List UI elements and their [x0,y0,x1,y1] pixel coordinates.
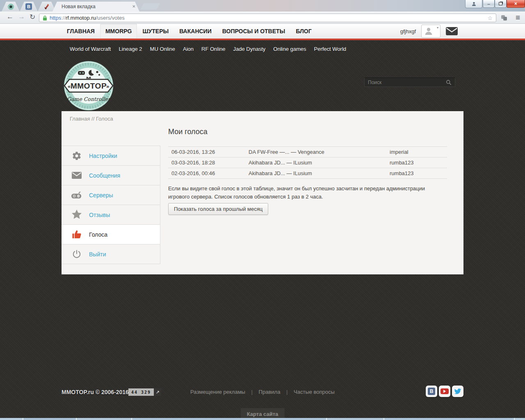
vote-date: 03-03-2016, 18:28 [168,160,249,166]
vk-social-button[interactable]: B [426,386,437,397]
sidebar-item-reviews[interactable]: Отзывы [62,205,160,225]
games-nav-jade[interactable]: Jade Dynasty [233,46,266,52]
logo-chevron-left: « [68,83,71,89]
show-last-month-button[interactable]: Показать голоса за прошлый месяц [168,203,268,215]
site-body: World of Warcraft Lineage 2 MU Online Ai… [0,40,525,418]
power-icon [71,249,82,260]
reload-icon[interactable]: ↻ [30,13,35,21]
table-row: 02-03-2016, 00:46 Akihabara JD... — ILus… [168,168,447,179]
nav-item-glavnaya[interactable]: ГЛАВНАЯ [62,24,100,39]
sidebar-item-settings[interactable]: Настройки [62,146,160,166]
logo-text: MMOTOP [71,82,107,90]
votes-note: Если вы видите свой голос в этой таблице… [168,185,436,201]
sidebar-item-label: Сообщения [89,172,120,179]
site-main-nav: ГЛАВНАЯ MMORPG ШУТЕРЫ ВАКАНСИИ ВОПРОСЫ И… [0,24,525,40]
forward-icon[interactable]: → [18,13,25,21]
avatar-menu-button[interactable]: ▾ [421,25,441,38]
pinned-tab-mmotop[interactable] [2,2,20,11]
footer-bar: MMOTOP.ru © 2006-2016 44 329 ↗ Размещени… [62,386,463,398]
search-icon[interactable] [446,80,452,85]
games-nav: World of Warcraft Lineage 2 MU Online Ai… [62,40,463,57]
sidebar-item-logout[interactable]: Выйти [62,244,160,264]
nav-item-blog[interactable]: БЛОГ [290,24,317,39]
address-bar[interactable]: https://rf.mmotop.ru/users/votes ☆ [39,14,496,22]
sidebar-item-servers[interactable]: Серверы [62,185,160,205]
avatar-icon [424,26,434,36]
games-nav-online[interactable]: Online games [273,46,306,52]
active-tab[interactable]: Новая вкладка × [52,2,139,11]
tab-title: Новая вкладка [62,4,96,9]
profile-button[interactable] [465,0,482,8]
gamepad-icon [71,190,82,201]
window-controls: – × [483,0,525,8]
vote-date: 02-03-2016, 00:46 [168,170,249,176]
games-nav-rf[interactable]: RF Online [201,46,226,52]
nav-item-shutery[interactable]: ШУТЕРЫ [137,24,174,39]
pinned-tab-vk[interactable]: В [20,2,38,11]
games-nav-lineage2[interactable]: Lineage 2 [119,46,142,52]
twitter-bird-icon [454,388,461,395]
extension-icon[interactable] [501,15,507,21]
games-nav-mu[interactable]: MU Online [150,46,175,52]
vote-server: Akihabara JD... — ILusium [249,170,390,176]
vote-server: DA FW-Free —... — Vengeance [249,149,390,155]
vk-favicon-icon: В [25,3,32,10]
games-nav-wow[interactable]: World of Warcraft [70,46,111,52]
youtube-social-button[interactable] [439,386,450,397]
envelope-icon [71,170,82,181]
close-button[interactable]: × [507,0,525,8]
vote-server: Akihabara JD... — ILusium [249,160,390,166]
votes-table: 06-03-2016, 13:26 DA FW-Free —... — Veng… [168,146,447,179]
nav-item-mmorpg[interactable]: MMORPG [100,24,137,39]
back-icon[interactable]: ← [7,13,14,21]
padlock-icon [43,15,47,21]
page-title: Мои голоса [168,128,208,136]
restore-button[interactable] [495,0,507,8]
sidebar-item-votes[interactable]: Голоса [62,225,160,244]
footer-links: Размещение рекламы | Правила | Частые во… [62,386,463,398]
caret-down-icon: ▾ [437,26,438,30]
person-icon [471,1,477,7]
restore-icon [499,2,502,5]
vote-nickname: imperial [390,149,447,155]
url-text: https://rf.mmotop.ru/users/votes [50,15,125,21]
logo-tagline: Game Controller [67,96,111,102]
logo-chevron-right: » [106,83,109,89]
tab-strip: В Новая вкладка × – × [0,0,525,11]
bookmark-star-icon[interactable]: ☆ [487,15,493,21]
pinned-tab-game[interactable] [38,2,56,11]
footer-link-faq[interactable]: Частые вопросы [294,389,335,395]
minimize-button[interactable]: – [483,0,495,8]
browser-toolbar: ← → ↻ https://rf.mmotop.ru/users/votes ☆… [0,11,525,24]
browser-menu-icon[interactable]: ≡ [516,13,520,22]
sidebar-item-label: Настройки [89,153,117,159]
sidebar: Настройки Сообщения Серверы Отзывы [62,146,160,264]
sidebar-item-messages[interactable]: Сообщения [62,166,160,185]
games-nav-aion[interactable]: Aion [183,46,194,52]
sidebar-item-label: Отзывы [89,212,110,218]
search-box [364,78,455,87]
search-input[interactable] [368,80,446,85]
nav-item-vakansii[interactable]: ВАКАНСИИ [174,24,217,39]
thumb-up-icon [71,229,82,240]
mail-icon[interactable] [446,27,458,35]
nav-item-voprosy[interactable]: ВОПРОСЫ И ОТВЕТЫ [217,24,291,39]
footer-link-ads[interactable]: Размещение рекламы [190,389,245,395]
games-nav-pw[interactable]: Perfect World [314,46,347,52]
tab-close-icon[interactable]: × [132,3,135,10]
star-icon [71,210,82,220]
vote-date: 06-03-2016, 13:26 [168,149,249,155]
new-tab-button[interactable] [140,3,160,9]
table-row: 06-03-2016, 13:26 DA FW-Free —... — Veng… [168,147,447,158]
mmotop-favicon-icon [8,4,14,10]
sidebar-item-label: Голоса [89,231,107,238]
gear-icon [71,151,82,161]
sidebar-item-label: Серверы [89,192,113,199]
footer-link-rules[interactable]: Правила [259,389,281,395]
twitter-social-button[interactable] [452,386,463,397]
mmotop-logo[interactable]: MMOTOP « » Game Controller [63,60,114,113]
breadcrumb[interactable]: Главная // Голоса [70,116,113,122]
vote-nickname: rumba123 [390,170,447,176]
table-row: 03-03-2016, 18:28 Akihabara JD... — ILus… [168,158,447,168]
browser-chrome: В Новая вкладка × – × ← → ↻ [0,0,525,24]
